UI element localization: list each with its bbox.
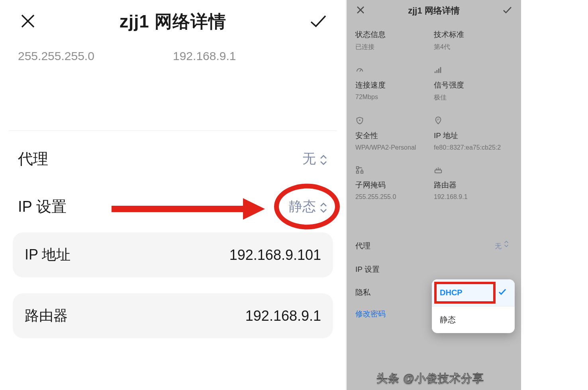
svg-rect-9 <box>361 171 363 174</box>
proxy-value: 无 <box>495 240 512 252</box>
updown-icon <box>504 240 512 252</box>
svg-rect-10 <box>357 171 359 174</box>
signal-label: 信号强度 <box>434 80 512 90</box>
ip-settings-label: IP 设置 <box>18 197 67 217</box>
static-label: 静态 <box>440 314 456 325</box>
shield-icon <box>355 116 364 125</box>
signal-cell: 信号强度 极佳 <box>434 66 512 102</box>
confirm-icon[interactable] <box>308 11 328 33</box>
left-screenshot: zjj1 网络详情 255.255.255.0 192.168.9.1 代理 无… <box>0 0 346 390</box>
subnet-value: 255.255.255.0 <box>355 193 434 201</box>
confirm-icon[interactable] <box>502 5 512 17</box>
page-title: zjj1 网络详情 <box>120 10 226 33</box>
speed-cell: 连接速度 72Mbps <box>355 66 434 102</box>
svg-point-6 <box>359 120 360 121</box>
svg-rect-2 <box>435 72 436 73</box>
svg-rect-5 <box>440 67 441 73</box>
location-icon: IP <box>434 116 443 125</box>
subnet-mask-value: 255.255.255.0 <box>18 49 173 63</box>
ip-settings-row[interactable]: IP 设置 静态 <box>4 183 342 230</box>
svg-rect-4 <box>438 68 439 73</box>
router-label: 路由器 <box>25 306 68 326</box>
signal-bars-icon <box>434 66 443 74</box>
security-value: WPA/WPA2-Personal <box>355 144 434 151</box>
router-value: 192.168.9.1 <box>245 308 321 324</box>
watermark: 头条 @小俊技术分享 <box>376 371 568 386</box>
gauge-icon <box>355 66 364 74</box>
updown-icon <box>319 201 328 212</box>
dropdown-item-static[interactable]: 静态 <box>432 306 515 333</box>
router-value-top: 192.168.9.1 <box>173 49 328 63</box>
page-title: zjj1 网络详情 <box>408 5 460 17</box>
proxy-value: 无 <box>302 150 328 168</box>
proxy-row[interactable]: 代理 无 <box>4 135 342 183</box>
standard-label: 技术标准 <box>434 29 512 40</box>
ip-address-field[interactable]: IP 地址 192.168.9.101 <box>13 232 333 277</box>
subnet-router-display: 255.255.255.0 192.168.9.1 <box>4 45 342 63</box>
status-cell: 状态信息 已连接 <box>355 29 434 51</box>
svg-rect-11 <box>435 170 442 173</box>
info-grid: 状态信息 已连接 技术标准 第4代 连接速度 72Mbps 信号强度 极佳 <box>347 21 521 206</box>
dropdown-item-dhcp[interactable]: DHCP <box>432 279 515 306</box>
security-label: 安全性 <box>355 131 434 141</box>
router-cell: 路由器 192.168.9.1 <box>434 166 512 201</box>
network-icon <box>355 166 364 174</box>
status-value: 已连接 <box>355 43 434 51</box>
subnet-cell: 子网掩码 255.255.255.0 <box>355 166 434 201</box>
ip-cell: IP IP 地址 fe80::8327:ea75:cb25:2 <box>434 116 512 151</box>
ip-settings-dropdown: DHCP 静态 <box>432 279 515 333</box>
ip-label: IP 地址 <box>434 131 512 141</box>
dhcp-label: DHCP <box>440 288 463 297</box>
subnet-label: 子网掩码 <box>355 180 434 190</box>
router-label: 路由器 <box>434 180 512 190</box>
proxy-label: 代理 <box>18 149 48 169</box>
security-cell: 安全性 WPA/WPA2-Personal <box>355 116 434 151</box>
divider <box>9 131 337 131</box>
header: zjj1 网络详情 <box>4 0 342 45</box>
router-icon <box>434 166 443 174</box>
signal-value: 极佳 <box>434 94 512 102</box>
privacy-label: 隐私 <box>355 287 370 298</box>
status-label: 状态信息 <box>355 29 434 40</box>
ip-address-value: 192.168.9.101 <box>229 247 321 263</box>
svg-rect-3 <box>436 70 437 73</box>
ip-value: fe80::8327:ea75:cb25:2 <box>434 144 512 151</box>
svg-text:IP: IP <box>437 118 439 121</box>
proxy-label: 代理 <box>355 241 370 251</box>
speed-value: 72Mbps <box>355 94 434 101</box>
ip-settings-value: 静态 <box>289 197 328 216</box>
standard-value: 第4代 <box>434 43 512 51</box>
header: zjj1 网络详情 <box>347 0 521 21</box>
close-icon[interactable] <box>355 5 366 17</box>
check-icon <box>498 287 507 298</box>
svg-rect-8 <box>357 167 359 169</box>
speed-label: 连接速度 <box>355 80 434 90</box>
router-value: 192.168.9.1 <box>434 193 512 201</box>
ip-settings-label: IP 设置 <box>355 264 380 275</box>
standard-cell: 技术标准 第4代 <box>434 29 512 51</box>
close-icon[interactable] <box>18 11 38 33</box>
ip-address-label: IP 地址 <box>25 245 71 265</box>
ip-settings-row[interactable]: IP 设置 <box>347 258 521 281</box>
proxy-row[interactable]: 代理 无 <box>347 234 521 258</box>
updown-icon <box>319 153 328 164</box>
router-field[interactable]: 路由器 192.168.9.1 <box>13 293 333 338</box>
right-screenshot: zjj1 网络详情 状态信息 已连接 技术标准 第4代 连接速度 72Mbps <box>347 0 521 390</box>
panel-divider <box>346 0 346 390</box>
